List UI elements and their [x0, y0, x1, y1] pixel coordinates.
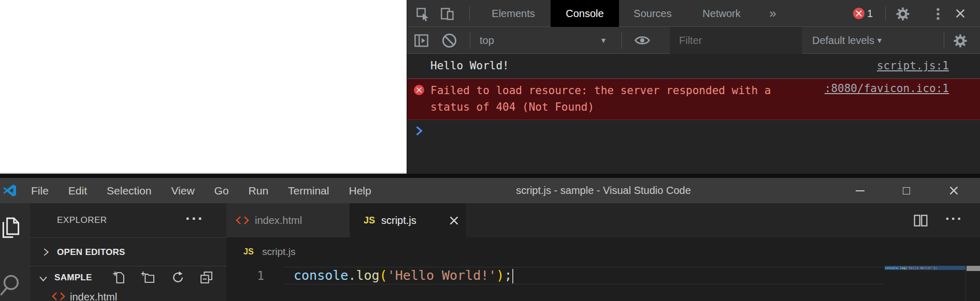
kebab-menu-icon[interactable] — [931, 7, 945, 21]
menu-run[interactable]: Run — [239, 178, 279, 203]
console-log-row[interactable]: Hello World! script.js:1 — [407, 54, 980, 79]
console-error-text: Failed to load resource: the server resp… — [430, 82, 771, 115]
divider — [622, 32, 622, 49]
minimap[interactable]: console.log('Hello World!'); — [885, 266, 965, 270]
text-cursor — [512, 269, 513, 283]
tab-elements[interactable]: Elements — [480, 0, 547, 27]
filter-input-wrap — [670, 27, 802, 54]
vscode-window: File Edit Selection View Go Run Terminal… — [0, 174, 980, 301]
devtools-tabbar: Elements Console Sources Network » 1 — [407, 0, 980, 27]
divider — [470, 32, 470, 49]
editor-tabstrip: index.html JS script.js ··· — [226, 203, 980, 237]
menu-edit[interactable]: Edit — [59, 178, 97, 203]
explorer-title: EXPLORER — [57, 203, 107, 237]
explorer-files-icon[interactable] — [1, 217, 21, 239]
console-settings-gear-icon[interactable] — [954, 34, 967, 48]
file-item-label: index.html — [70, 291, 117, 301]
tab-label: script.js — [381, 203, 416, 237]
clear-console-icon[interactable] — [442, 33, 457, 48]
devtools-console-toolbar: top ▼ Default levels ▼ — [407, 27, 980, 54]
maximize-button[interactable] — [895, 178, 918, 203]
tab-script-js[interactable]: JS script.js — [350, 203, 466, 237]
code-editor[interactable]: 1 console.log('Hello World!'); console.l… — [226, 266, 980, 301]
breadcrumb[interactable]: JS script.js — [226, 237, 980, 266]
log-levels-caret-icon[interactable]: ▼ — [876, 27, 883, 54]
vscode-logo — [3, 184, 17, 198]
context-caret-icon[interactable]: ▼ — [600, 27, 607, 54]
live-expression-eye-icon[interactable] — [634, 34, 651, 47]
new-file-icon[interactable] — [112, 270, 126, 284]
close-tab-icon[interactable] — [449, 216, 459, 225]
vscode-titlebar: File Edit Selection View Go Run Terminal… — [0, 178, 980, 203]
close-window-icon — [949, 186, 959, 195]
editor-group: index.html JS script.js ··· JS sc — [226, 203, 980, 301]
refresh-icon[interactable] — [171, 270, 185, 284]
context-selector[interactable]: top — [480, 27, 494, 54]
console-prompt-row[interactable] — [407, 120, 980, 144]
new-folder-icon[interactable] — [141, 270, 155, 284]
menu-selection[interactable]: Selection — [97, 178, 161, 203]
code-line: console.log('Hello World!'); — [294, 267, 513, 284]
inspect-element-icon[interactable] — [415, 7, 430, 21]
editor-more-actions[interactable]: ··· — [945, 203, 963, 234]
sidebar-header: EXPLORER ··· — [30, 203, 226, 237]
file-item-index-html[interactable]: index.html — [30, 288, 226, 301]
menubar: File Edit Selection View Go Run Terminal… — [21, 178, 381, 203]
tab-index-html[interactable]: index.html — [226, 203, 350, 237]
minimize-icon — [856, 190, 864, 191]
menu-terminal[interactable]: Terminal — [278, 178, 339, 203]
chevron-right-icon — [41, 248, 50, 257]
js-file-icon: JS — [364, 203, 375, 237]
chevron-down-icon — [39, 274, 48, 283]
open-editors-label: OPEN EDITORS — [57, 238, 125, 266]
window-top-edge — [0, 174, 980, 178]
html-file-icon — [52, 292, 65, 301]
devtools-panel: Elements Console Sources Network » 1 — [407, 0, 980, 174]
open-editors-section[interactable]: OPEN EDITORS — [30, 237, 226, 266]
error-icon — [414, 85, 424, 95]
error-x-icon — [855, 10, 862, 17]
tab-console[interactable]: Console — [551, 0, 619, 27]
divider — [944, 32, 944, 49]
console-sidebar-icon[interactable] — [414, 34, 429, 48]
divider — [469, 7, 470, 21]
minimap-divider — [965, 266, 966, 301]
tab-network[interactable]: Network — [686, 0, 757, 27]
menu-view[interactable]: View — [161, 178, 204, 203]
breadcrumb-file: script.js — [262, 237, 295, 266]
console-log-text: Hello World! — [430, 59, 509, 72]
error-count-badge[interactable] — [853, 8, 864, 19]
screen: Elements Console Sources Network » 1 — [0, 0, 980, 301]
folder-name-label: SAMPLE — [54, 266, 92, 289]
menu-help[interactable]: Help — [339, 178, 381, 203]
collapse-folders-icon[interactable] — [199, 270, 213, 284]
console-messages: Hello World! script.js:1 Failed to load … — [407, 54, 980, 174]
browser-viewport[interactable] — [0, 0, 407, 174]
menu-go[interactable]: Go — [205, 178, 239, 203]
filter-input[interactable] — [670, 27, 802, 54]
scrollbar-thumb[interactable] — [967, 266, 980, 271]
settings-gear-icon[interactable] — [896, 7, 910, 21]
close-window-button[interactable] — [942, 178, 965, 203]
line-number: 1 — [247, 267, 264, 284]
console-error-row[interactable]: Failed to load resource: the server resp… — [407, 79, 980, 120]
minimize-button[interactable] — [848, 178, 872, 203]
error-count: 1 — [867, 0, 873, 27]
menu-file[interactable]: File — [21, 178, 59, 203]
activity-bar — [0, 203, 30, 301]
split-editor-icon[interactable] — [913, 214, 928, 227]
console-source-link[interactable]: script.js:1 — [877, 59, 949, 72]
console-error-source-link[interactable]: :8080/favicon.ico:1 — [825, 82, 949, 95]
device-toolbar-icon[interactable] — [440, 7, 455, 21]
folder-section[interactable]: SAMPLE — [30, 266, 226, 288]
maximize-icon — [903, 187, 910, 194]
more-tabs-button[interactable]: » — [763, 0, 782, 27]
vscode-workbench: EXPLORER ··· OPEN EDITORS SAMPLE — [0, 203, 980, 301]
console-prompt-icon — [415, 126, 423, 136]
log-levels-dropdown[interactable]: Default levels — [812, 27, 874, 54]
close-devtools-icon[interactable] — [955, 8, 965, 19]
tab-sources[interactable]: Sources — [619, 0, 686, 27]
search-icon[interactable] — [0, 274, 21, 301]
explorer-more-actions[interactable]: ··· — [185, 203, 204, 234]
js-file-icon: JS — [243, 237, 254, 266]
